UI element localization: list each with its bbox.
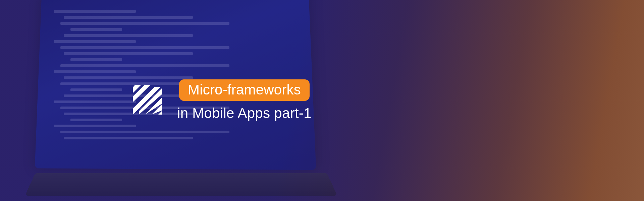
svg-marker-4 bbox=[158, 111, 162, 115]
title-group: Micro-frameworks in Mobile Apps part-1 bbox=[131, 79, 312, 122]
title-highlight: Micro-frameworks bbox=[179, 79, 310, 101]
hero-banner: Micro-frameworks in Mobile Apps part-1 bbox=[0, 0, 644, 201]
title-subtitle: in Mobile Apps part-1 bbox=[177, 105, 312, 122]
title-text-block: Micro-frameworks in Mobile Apps part-1 bbox=[177, 79, 312, 122]
diagonal-stripes-logo-icon bbox=[131, 84, 164, 117]
